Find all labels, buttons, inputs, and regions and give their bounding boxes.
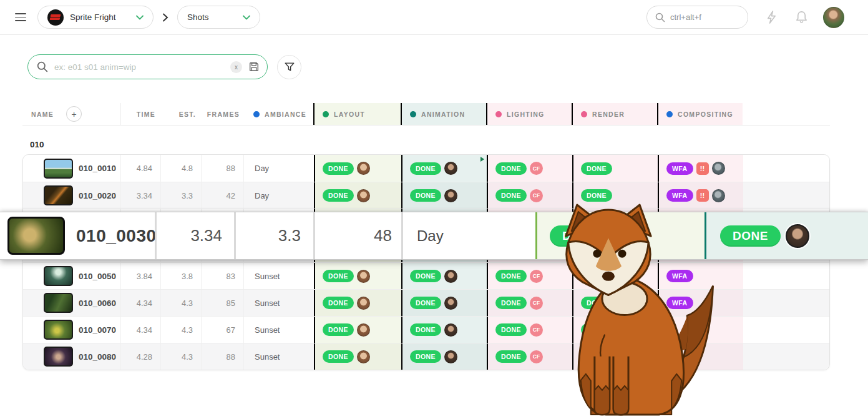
lighting-cell[interactable]: DONECF: [487, 155, 572, 182]
shot-name-cell[interactable]: 010_0060: [23, 290, 121, 316]
compositing-status-badge[interactable]: WFA: [666, 162, 693, 175]
row-filler: [743, 343, 829, 370]
shot-thumbnail[interactable]: [44, 266, 73, 286]
compositing-status-badge[interactable]: WFA: [666, 189, 693, 202]
quick-actions-button[interactable]: [764, 10, 779, 24]
magnified-shot-row[interactable]: 010_0030 3.34 3.3 48 Day DONE DONE: [0, 212, 868, 260]
avatar-layout-artist: [357, 270, 370, 283]
column-label-lighting: LIGHTING: [507, 111, 545, 118]
column-header-frames[interactable]: FRAMES: [201, 103, 243, 125]
compositing-cell[interactable]: WFA!!: [658, 155, 743, 182]
lighting-status-badge[interactable]: DONE: [495, 189, 527, 202]
column-header-layout[interactable]: LAYOUT: [313, 103, 401, 125]
layout-cell[interactable]: DONE: [314, 290, 401, 316]
shot-name-cell[interactable]: 010_0010: [23, 155, 121, 182]
shot-name: 010_0030: [76, 226, 157, 246]
animation-status-badge[interactable]: DONE: [410, 297, 441, 309]
lighting-status-badge[interactable]: DONE: [495, 162, 527, 175]
layout-status-badge[interactable]: DONE: [323, 270, 354, 282]
time-cell: 4.84: [121, 155, 161, 182]
magnified-animation-cell[interactable]: DONE: [705, 212, 868, 259]
add-column-button[interactable]: +: [66, 106, 82, 122]
layout-status-badge[interactable]: DONE: [323, 189, 354, 202]
advanced-filter-button[interactable]: [277, 55, 301, 79]
shot-thumbnail[interactable]: [44, 293, 73, 313]
est-cell: 4.3: [161, 317, 202, 343]
column-label-frames: FRAMES: [207, 111, 240, 118]
animation-status-badge[interactable]: DONE: [410, 270, 441, 282]
ambiance-cell: Sunset: [244, 343, 314, 370]
table-row-010_0010[interactable]: 010_00104.844.888DayDONEDONEDONECFDONEWF…: [23, 155, 829, 182]
frames-cell: 85: [202, 290, 244, 316]
global-search-input[interactable]: ctrl+alt+f: [646, 6, 748, 29]
shot-name-cell[interactable]: 010_0070: [23, 317, 121, 343]
production-dropdown[interactable]: Sprite Fright: [37, 6, 154, 29]
animation-status-badge[interactable]: DONE: [410, 323, 441, 336]
shot-thumbnail[interactable]: [44, 320, 73, 340]
ambiance-cell: Day: [244, 182, 314, 209]
shot-name-cell[interactable]: 010_0080: [23, 343, 121, 370]
lighting-status-badge[interactable]: DONE: [495, 323, 527, 336]
animation-cell[interactable]: DONE: [401, 182, 487, 209]
column-header-animation[interactable]: ANIMATION: [401, 103, 486, 125]
frames-cell: 88: [202, 343, 244, 370]
funnel-icon: [284, 61, 295, 72]
animation-cell[interactable]: DONE: [401, 155, 487, 182]
shot-name-cell[interactable]: 010_0050: [23, 263, 121, 289]
layout-status-badge[interactable]: DONE: [323, 350, 354, 363]
shot-thumbnail[interactable]: [44, 185, 73, 205]
render-cell[interactable]: DONE: [572, 155, 658, 182]
column-header-time[interactable]: TIME: [120, 103, 160, 125]
magnified-ambiance-cell: Day: [403, 212, 535, 259]
context-dropdown[interactable]: Shots: [177, 6, 260, 29]
avatar-animator: [444, 323, 457, 337]
column-header-ambiance[interactable]: AMBIANCE: [243, 103, 313, 125]
magnified-name-cell[interactable]: 010_0030: [0, 212, 155, 259]
animation-status-badge[interactable]: DONE: [410, 189, 441, 202]
shot-thumbnail[interactable]: [7, 217, 65, 255]
shot-name-cell[interactable]: 010_0020: [23, 182, 121, 209]
shot-thumbnail[interactable]: [44, 347, 73, 367]
shot-name: 010_0080: [79, 352, 116, 362]
layout-cell[interactable]: DONE: [314, 155, 401, 182]
shot-thumbnail[interactable]: [44, 159, 73, 179]
render-status-badge[interactable]: DONE: [581, 162, 612, 175]
animation-cell[interactable]: DONE: [401, 290, 487, 316]
layout-cell[interactable]: DONE: [314, 182, 401, 209]
column-header-est[interactable]: EST.: [160, 103, 201, 125]
row-filler: [743, 182, 829, 209]
layout-cell[interactable]: DONE: [314, 263, 401, 289]
lighting-status-badge[interactable]: DONE: [495, 270, 527, 282]
clear-search-button[interactable]: x: [230, 61, 242, 73]
animation-status-badge[interactable]: DONE: [720, 225, 781, 247]
column-header-name[interactable]: NAME+: [22, 103, 120, 125]
menu-hamburger-icon[interactable]: [15, 13, 26, 21]
layout-status-badge[interactable]: DONE: [323, 162, 354, 175]
column-header-lighting[interactable]: LIGHTING: [486, 103, 572, 125]
layout-status-badge[interactable]: DONE: [323, 323, 354, 336]
column-label-name: NAME: [31, 111, 54, 118]
row-filler: [743, 155, 829, 182]
column-header-compositing[interactable]: COMPOSITING: [657, 103, 743, 125]
avatar-animator: [444, 350, 457, 363]
animation-cell[interactable]: DONE: [401, 343, 487, 370]
animation-cell[interactable]: DONE: [401, 263, 487, 289]
animation-cell[interactable]: DONE: [401, 317, 487, 343]
shot-name: 010_0020: [79, 191, 116, 200]
column-label-est: EST.: [179, 111, 196, 118]
lighting-status-badge[interactable]: DONE: [495, 297, 527, 309]
render-status-badge[interactable]: DONE: [581, 189, 612, 202]
user-avatar[interactable]: [823, 7, 844, 28]
notifications-button[interactable]: [795, 10, 808, 24]
layout-cell[interactable]: DONE: [314, 317, 401, 343]
layout-cell[interactable]: DONE: [314, 343, 401, 370]
column-header-render[interactable]: RENDER: [572, 103, 657, 125]
shot-filter-input[interactable]: ex: e01 s01 anim=wip x: [27, 54, 268, 79]
animation-status-badge[interactable]: DONE: [410, 350, 441, 363]
save-search-icon[interactable]: [248, 61, 260, 72]
ambiance-cell: Sunset: [244, 263, 314, 289]
lighting-status-badge[interactable]: DONE: [495, 350, 527, 363]
frames-cell: 88: [202, 155, 244, 182]
layout-status-badge[interactable]: DONE: [323, 297, 354, 309]
animation-status-badge[interactable]: DONE: [410, 162, 441, 175]
